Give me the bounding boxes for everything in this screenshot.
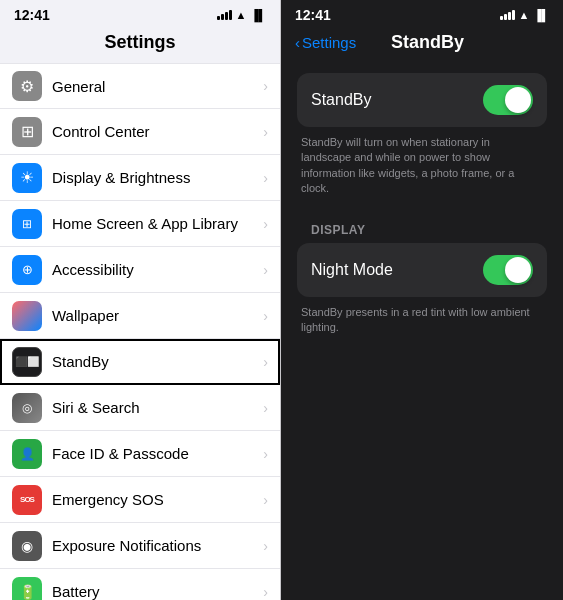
standby-card: StandBy	[297, 73, 547, 127]
settings-item-standby[interactable]: ⬛⬜ StandBy ›	[0, 339, 280, 385]
back-label: Settings	[302, 34, 356, 51]
face-id-icon: 👤	[12, 439, 42, 469]
control-center-icon: ⊞	[12, 117, 42, 147]
right-signal-icon	[500, 10, 515, 20]
signal-icon	[217, 10, 232, 20]
general-chevron: ›	[263, 78, 268, 94]
left-time: 12:41	[14, 7, 50, 23]
wallpaper-chevron: ›	[263, 308, 268, 324]
exposure-chevron: ›	[263, 538, 268, 554]
standby-chevron: ›	[263, 354, 268, 370]
siri-chevron: ›	[263, 400, 268, 416]
settings-item-control-center[interactable]: ⊞ Control Center ›	[0, 109, 280, 155]
settings-item-accessibility[interactable]: ⊕ Accessibility ›	[0, 247, 280, 293]
night-mode-row: Night Mode	[297, 243, 547, 297]
battery-icon: ▐▌	[250, 9, 266, 21]
right-status-icons: ▲ ▐▌	[500, 9, 549, 21]
settings-item-exposure[interactable]: ◉ Exposure Notifications ›	[0, 523, 280, 569]
display-icon: ☀	[12, 163, 42, 193]
standby-label: StandBy	[52, 353, 263, 370]
left-panel-title: Settings	[0, 28, 280, 63]
standby-icon: ⬛⬜	[12, 347, 42, 377]
exposure-label: Exposure Notifications	[52, 537, 263, 554]
wallpaper-label: Wallpaper	[52, 307, 263, 324]
display-label: Display & Brightness	[52, 169, 263, 186]
left-status-bar: 12:41 ▲ ▐▌	[0, 0, 280, 28]
home-chevron: ›	[263, 216, 268, 232]
night-mode-description: StandBy presents in a red tint with low …	[297, 305, 547, 348]
settings-item-display[interactable]: ☀ Display & Brightness ›	[0, 155, 280, 201]
settings-item-wallpaper[interactable]: Wallpaper ›	[0, 293, 280, 339]
settings-item-siri[interactable]: ◎ Siri & Search ›	[0, 385, 280, 431]
right-content: StandBy StandBy will turn on when statio…	[281, 61, 563, 600]
right-battery-icon: ▐▌	[533, 9, 549, 21]
faceid-chevron: ›	[263, 446, 268, 462]
left-status-icons: ▲ ▐▌	[217, 9, 266, 21]
right-nav-bar: ‹ Settings StandBy	[281, 28, 563, 61]
right-panel: 12:41 ▲ ▐▌ ‹ Settings StandBy StandBy	[281, 0, 563, 600]
sos-chevron: ›	[263, 492, 268, 508]
night-mode-label: Night Mode	[311, 261, 483, 279]
battery-label: Battery	[52, 583, 263, 600]
access-chevron: ›	[263, 262, 268, 278]
wifi-icon: ▲	[236, 9, 247, 21]
settings-item-home-screen[interactable]: ⊞ Home Screen & App Library ›	[0, 201, 280, 247]
settings-item-battery[interactable]: 🔋 Battery ›	[0, 569, 280, 600]
night-mode-toggle-knob	[505, 257, 531, 283]
right-nav-title: StandBy	[356, 32, 499, 53]
standby-description: StandBy will turn on when stationary in …	[297, 135, 547, 209]
control-center-label: Control Center	[52, 123, 263, 140]
accessibility-label: Accessibility	[52, 261, 263, 278]
back-chevron-icon: ‹	[295, 34, 300, 51]
display-section-header: DISPLAY	[297, 209, 547, 243]
home-screen-icon: ⊞	[12, 209, 42, 239]
night-mode-toggle[interactable]	[483, 255, 533, 285]
accessibility-icon: ⊕	[12, 255, 42, 285]
settings-item-face-id[interactable]: 👤 Face ID & Passcode ›	[0, 431, 280, 477]
emergency-icon: SOS	[12, 485, 42, 515]
display-chevron: ›	[263, 170, 268, 186]
settings-item-general[interactable]: ⚙ General ›	[0, 63, 280, 109]
standby-row: StandBy	[297, 73, 547, 127]
settings-list: ⚙ General › ⊞ Control Center › ☀ Display…	[0, 63, 280, 600]
standby-row-label: StandBy	[311, 91, 483, 109]
standby-toggle[interactable]	[483, 85, 533, 115]
right-status-bar: 12:41 ▲ ▐▌	[281, 0, 563, 28]
battery-item-icon: 🔋	[12, 577, 42, 601]
siri-label: Siri & Search	[52, 399, 263, 416]
exposure-icon: ◉	[12, 531, 42, 561]
wallpaper-icon	[12, 301, 42, 331]
cc-chevron: ›	[263, 124, 268, 140]
battery-chevron: ›	[263, 584, 268, 600]
left-panel: 12:41 ▲ ▐▌ Settings ⚙ General › ⊞ Contro…	[0, 0, 281, 600]
general-label: General	[52, 78, 263, 95]
emergency-label: Emergency SOS	[52, 491, 263, 508]
right-wifi-icon: ▲	[519, 9, 530, 21]
face-id-label: Face ID & Passcode	[52, 445, 263, 462]
right-time: 12:41	[295, 7, 331, 23]
back-button[interactable]: ‹ Settings	[295, 34, 356, 51]
siri-icon: ◎	[12, 393, 42, 423]
standby-toggle-knob	[505, 87, 531, 113]
night-mode-card: Night Mode	[297, 243, 547, 297]
home-screen-label: Home Screen & App Library	[52, 215, 263, 232]
settings-item-emergency-sos[interactable]: SOS Emergency SOS ›	[0, 477, 280, 523]
general-icon: ⚙	[12, 71, 42, 101]
